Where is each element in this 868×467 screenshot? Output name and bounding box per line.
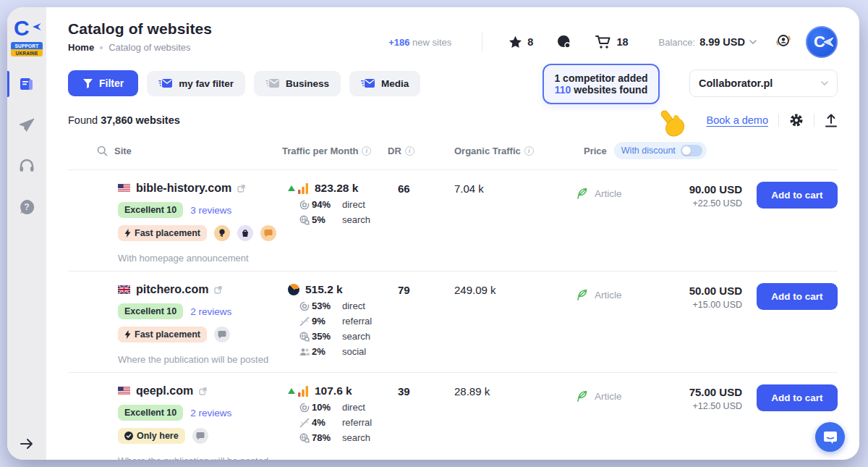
add-to-cart-button[interactable]: Add to cart (757, 384, 838, 411)
table-header: Site Traffic per Monthi DRi Organic Traf… (68, 142, 838, 170)
external-link-icon[interactable] (199, 387, 207, 395)
sidebar-item-telegram[interactable] (7, 117, 46, 133)
table-row: bible-history.com Excellent 10 3 reviews… (68, 170, 838, 272)
content-type: Article (556, 182, 642, 200)
breadcrumb-current: Catalog of websites (109, 42, 190, 53)
catalog-icon (18, 75, 35, 93)
chat-widget-button[interactable] (815, 422, 845, 452)
flag-us-icon (118, 184, 130, 193)
gambling-topic-icon (237, 225, 253, 241)
search-icon[interactable] (97, 146, 108, 156)
intercom-chat-icon (823, 430, 838, 445)
settings-button[interactable] (789, 113, 804, 127)
project-select[interactable]: Collaborator.pl (689, 70, 838, 97)
discount-toggle[interactable]: With discount (614, 142, 707, 159)
direct-icon (299, 403, 310, 413)
feather-icon (576, 188, 588, 200)
external-link-icon[interactable] (214, 286, 222, 294)
reviews-link[interactable]: 2 reviews (190, 306, 231, 317)
sidebar-item-support[interactable] (7, 158, 46, 174)
filter-row: Filter my fav filter Business Media Coll… (68, 70, 838, 97)
col-site[interactable]: Site (114, 146, 132, 156)
trend-up-icon (288, 388, 295, 394)
favorites-button[interactable]: 8 (509, 35, 533, 49)
feather-icon (576, 390, 588, 403)
info-icon[interactable]: i (405, 146, 414, 156)
headphones-icon (18, 158, 35, 174)
fav-filter-button[interactable]: my fav filter (147, 71, 245, 96)
media-filter-button[interactable]: Media (349, 71, 420, 96)
info-icon[interactable]: i (524, 146, 534, 156)
rating-badge: Excellent 10 (118, 405, 183, 421)
flag-us-icon (118, 387, 130, 395)
comment-icon (260, 225, 276, 241)
balance-dropdown[interactable]: Balance: 8.99 USD (659, 36, 757, 48)
reviews-link[interactable]: 3 reviews (190, 205, 231, 216)
site-link[interactable]: bible-history.com (136, 182, 231, 195)
content-type: Article (556, 283, 642, 301)
cart-icon (595, 35, 611, 49)
chevron-down-icon (749, 40, 757, 44)
col-dr[interactable]: DR (388, 146, 401, 156)
price-block: 90.00 USD +22.50 USD (642, 182, 744, 209)
collaborator-logo[interactable]: C SUPPORT UKRAINE (11, 16, 43, 56)
question-bubble-icon: ? (18, 198, 35, 216)
account-logo[interactable]: C (806, 26, 838, 58)
filter-button[interactable]: Filter (68, 70, 138, 96)
sidebar-collapse-button[interactable] (7, 438, 46, 450)
external-link-icon[interactable] (237, 185, 245, 193)
bar-chart-icon (298, 182, 309, 194)
site-link[interactable]: pitchero.com (136, 283, 208, 296)
logo-c-letter: C (14, 16, 30, 40)
referral-icon (299, 316, 310, 327)
mail-filter-icon (158, 78, 173, 88)
export-button[interactable] (825, 114, 838, 127)
comment-icon (214, 327, 230, 342)
reviews-link[interactable]: 2 reviews (190, 408, 231, 418)
hand-pointer-icon (655, 107, 687, 143)
lightning-icon (124, 330, 131, 339)
placement-badge: Fast placement (118, 225, 207, 241)
nature-topic-icon (214, 225, 230, 241)
traffic-value: 823.28 k (315, 182, 358, 195)
placement-badge: Only here (118, 428, 185, 444)
dr-value: 39 (388, 384, 443, 397)
notifications-button[interactable] (775, 33, 791, 51)
col-price[interactable]: Price (584, 146, 607, 156)
business-filter-button[interactable]: Business (254, 71, 341, 96)
logo-arrow-icon (823, 37, 834, 47)
topbar: Catalog of websites Home Catalog of webs… (68, 7, 838, 58)
organic-value: 7.04 k (443, 182, 556, 195)
row-note: With homepage announcement (114, 253, 282, 264)
add-to-cart-button[interactable]: Add to cart (757, 283, 838, 310)
book-demo-link[interactable]: Book a demo (707, 114, 768, 126)
arrow-right-icon (20, 438, 34, 450)
table-row: qeepl.com Excellent 10 2 reviews Only he… (68, 373, 838, 460)
referral-icon (299, 418, 310, 428)
mail-filter-icon (265, 78, 280, 88)
col-traffic[interactable]: Traffic per Month (282, 146, 358, 156)
info-icon[interactable]: i (362, 146, 371, 156)
feather-icon (576, 289, 588, 301)
messages-button[interactable] (556, 35, 572, 49)
mail-filter-icon (361, 78, 375, 88)
col-organic[interactable]: Organic Traffic (454, 146, 521, 156)
breadcrumb-home[interactable]: Home (68, 42, 94, 53)
cart-button[interactable]: 18 (595, 35, 628, 49)
toggle-switch-off[interactable] (681, 145, 702, 156)
sidebar-item-catalog[interactable] (7, 75, 46, 93)
site-link[interactable]: qeepl.com (136, 384, 193, 397)
svg-text:?: ? (24, 202, 29, 212)
search-traffic-icon (299, 215, 310, 225)
search-traffic-icon (299, 433, 310, 443)
content-type: Article (556, 384, 642, 403)
table-row: pitchero.com Excellent 10 2 reviews Fast… (68, 272, 838, 373)
add-to-cart-button[interactable]: Add to cart (757, 182, 838, 209)
row-note: Where the publication will be posted (114, 455, 282, 460)
sidebar-item-help[interactable]: ? (7, 198, 46, 216)
new-sites-counter[interactable]: +186 new sites (388, 37, 451, 48)
upload-icon (825, 114, 838, 127)
similarweb-icon (288, 284, 299, 295)
support-ukraine-badge: SUPPORT UKRAINE (11, 42, 43, 56)
rating-badge: Excellent 10 (118, 202, 183, 218)
